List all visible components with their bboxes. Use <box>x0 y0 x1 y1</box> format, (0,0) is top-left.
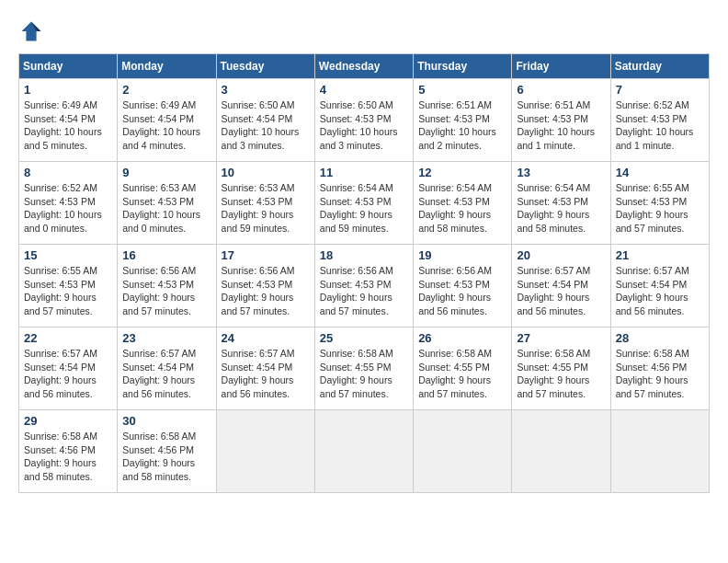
day-number: 17 <box>222 248 310 262</box>
calendar-cell: 19 Sunrise: 6:56 AM Sunset: 4:53 PM Dayl… <box>414 245 512 327</box>
day-number: 16 <box>122 248 210 262</box>
logo-icon <box>18 18 44 44</box>
day-info: Sunrise: 6:51 AM Sunset: 4:53 PM Dayligh… <box>517 98 605 153</box>
day-info: Sunrise: 6:56 AM Sunset: 4:53 PM Dayligh… <box>418 264 506 318</box>
day-number: 15 <box>24 248 112 262</box>
day-info: Sunrise: 6:54 AM Sunset: 4:53 PM Dayligh… <box>418 181 506 236</box>
day-header-saturday: Saturday <box>610 54 709 79</box>
calendar-cell: 24 Sunrise: 6:57 AM Sunset: 4:54 PM Dayl… <box>216 327 314 410</box>
calendar-cell: 22 Sunrise: 6:57 AM Sunset: 4:54 PM Dayl… <box>19 327 118 410</box>
calendar-cell: 13 Sunrise: 6:54 AM Sunset: 4:53 PM Dayl… <box>512 162 610 245</box>
day-info: Sunrise: 6:56 AM Sunset: 4:53 PM Dayligh… <box>122 264 210 318</box>
day-info: Sunrise: 6:58 AM Sunset: 4:55 PM Dayligh… <box>418 347 506 401</box>
day-number: 6 <box>517 83 605 97</box>
day-number: 28 <box>616 331 704 345</box>
day-number: 7 <box>616 83 704 97</box>
calendar-week-1: 1 Sunrise: 6:49 AM Sunset: 4:54 PM Dayli… <box>19 79 710 162</box>
calendar-cell: 12 Sunrise: 6:54 AM Sunset: 4:53 PM Dayl… <box>414 162 512 245</box>
day-number: 18 <box>320 248 408 262</box>
day-number: 23 <box>122 331 210 345</box>
day-info: Sunrise: 6:52 AM Sunset: 4:53 PM Dayligh… <box>24 181 112 236</box>
calendar-cell <box>414 410 512 493</box>
page-header <box>18 18 710 44</box>
day-number: 12 <box>418 166 506 179</box>
day-info: Sunrise: 6:58 AM Sunset: 4:56 PM Dayligh… <box>24 430 112 484</box>
day-info: Sunrise: 6:53 AM Sunset: 4:53 PM Dayligh… <box>222 181 310 236</box>
calendar-cell: 16 Sunrise: 6:56 AM Sunset: 4:53 PM Dayl… <box>118 245 216 327</box>
calendar-cell: 26 Sunrise: 6:58 AM Sunset: 4:55 PM Dayl… <box>414 327 512 410</box>
day-info: Sunrise: 6:56 AM Sunset: 4:53 PM Dayligh… <box>320 264 408 318</box>
day-number: 13 <box>517 166 605 179</box>
day-info: Sunrise: 6:53 AM Sunset: 4:53 PM Dayligh… <box>122 181 210 236</box>
day-info: Sunrise: 6:57 AM Sunset: 4:54 PM Dayligh… <box>616 264 704 318</box>
day-info: Sunrise: 6:56 AM Sunset: 4:53 PM Dayligh… <box>222 264 310 318</box>
calendar-cell: 25 Sunrise: 6:58 AM Sunset: 4:55 PM Dayl… <box>314 327 413 410</box>
day-info: Sunrise: 6:58 AM Sunset: 4:56 PM Dayligh… <box>616 347 704 401</box>
day-info: Sunrise: 6:58 AM Sunset: 4:55 PM Dayligh… <box>517 347 605 401</box>
calendar-cell: 4 Sunrise: 6:50 AM Sunset: 4:53 PM Dayli… <box>314 79 413 162</box>
calendar-cell: 11 Sunrise: 6:54 AM Sunset: 4:53 PM Dayl… <box>314 162 413 245</box>
day-header-tuesday: Tuesday <box>216 54 314 79</box>
calendar-cell: 1 Sunrise: 6:49 AM Sunset: 4:54 PM Dayli… <box>19 79 118 162</box>
calendar-cell: 2 Sunrise: 6:49 AM Sunset: 4:54 PM Dayli… <box>118 79 216 162</box>
calendar-table: SundayMondayTuesdayWednesdayThursdayFrid… <box>18 53 710 493</box>
calendar-cell: 18 Sunrise: 6:56 AM Sunset: 4:53 PM Dayl… <box>314 245 413 327</box>
day-number: 1 <box>24 83 112 97</box>
calendar-cell: 29 Sunrise: 6:58 AM Sunset: 4:56 PM Dayl… <box>19 410 118 493</box>
day-info: Sunrise: 6:54 AM Sunset: 4:53 PM Dayligh… <box>517 181 605 236</box>
day-header-friday: Friday <box>512 54 610 79</box>
day-info: Sunrise: 6:57 AM Sunset: 4:54 PM Dayligh… <box>122 347 210 401</box>
calendar-week-5: 29 Sunrise: 6:58 AM Sunset: 4:56 PM Dayl… <box>19 410 710 493</box>
calendar-cell: 14 Sunrise: 6:55 AM Sunset: 4:53 PM Dayl… <box>610 162 709 245</box>
day-info: Sunrise: 6:57 AM Sunset: 4:54 PM Dayligh… <box>517 264 605 318</box>
calendar-cell: 8 Sunrise: 6:52 AM Sunset: 4:53 PM Dayli… <box>19 162 118 245</box>
day-info: Sunrise: 6:54 AM Sunset: 4:53 PM Dayligh… <box>320 181 408 236</box>
calendar-week-2: 8 Sunrise: 6:52 AM Sunset: 4:53 PM Dayli… <box>19 162 710 245</box>
day-number: 21 <box>616 248 704 262</box>
day-number: 2 <box>122 83 210 97</box>
day-info: Sunrise: 6:55 AM Sunset: 4:53 PM Dayligh… <box>24 264 112 318</box>
calendar-cell: 3 Sunrise: 6:50 AM Sunset: 4:54 PM Dayli… <box>216 79 314 162</box>
day-info: Sunrise: 6:58 AM Sunset: 4:55 PM Dayligh… <box>320 347 408 401</box>
day-header-sunday: Sunday <box>19 54 118 79</box>
day-number: 8 <box>24 166 112 179</box>
calendar-cell: 28 Sunrise: 6:58 AM Sunset: 4:56 PM Dayl… <box>610 327 709 410</box>
calendar-cell: 10 Sunrise: 6:53 AM Sunset: 4:53 PM Dayl… <box>216 162 314 245</box>
day-number: 11 <box>320 166 408 179</box>
calendar-cell <box>512 410 610 493</box>
calendar-cell: 6 Sunrise: 6:51 AM Sunset: 4:53 PM Dayli… <box>512 79 610 162</box>
day-info: Sunrise: 6:57 AM Sunset: 4:54 PM Dayligh… <box>222 347 310 401</box>
calendar-cell: 21 Sunrise: 6:57 AM Sunset: 4:54 PM Dayl… <box>610 245 709 327</box>
calendar-cell: 17 Sunrise: 6:56 AM Sunset: 4:53 PM Dayl… <box>216 245 314 327</box>
day-info: Sunrise: 6:50 AM Sunset: 4:53 PM Dayligh… <box>320 98 408 153</box>
day-header-thursday: Thursday <box>414 54 512 79</box>
day-header-monday: Monday <box>118 54 216 79</box>
day-info: Sunrise: 6:55 AM Sunset: 4:53 PM Dayligh… <box>616 181 704 236</box>
day-number: 30 <box>122 414 210 428</box>
day-number: 19 <box>418 248 506 262</box>
calendar-week-4: 22 Sunrise: 6:57 AM Sunset: 4:54 PM Dayl… <box>19 327 710 410</box>
day-number: 4 <box>320 83 408 97</box>
calendar-cell: 5 Sunrise: 6:51 AM Sunset: 4:53 PM Dayli… <box>414 79 512 162</box>
day-info: Sunrise: 6:58 AM Sunset: 4:56 PM Dayligh… <box>122 430 210 484</box>
day-number: 20 <box>517 248 605 262</box>
calendar-cell: 30 Sunrise: 6:58 AM Sunset: 4:56 PM Dayl… <box>118 410 216 493</box>
calendar-cell <box>314 410 413 493</box>
calendar-cell: 20 Sunrise: 6:57 AM Sunset: 4:54 PM Dayl… <box>512 245 610 327</box>
day-info: Sunrise: 6:52 AM Sunset: 4:53 PM Dayligh… <box>616 98 704 153</box>
calendar-cell <box>216 410 314 493</box>
day-number: 25 <box>320 331 408 345</box>
day-info: Sunrise: 6:49 AM Sunset: 4:54 PM Dayligh… <box>122 98 210 153</box>
day-info: Sunrise: 6:51 AM Sunset: 4:53 PM Dayligh… <box>418 98 506 153</box>
day-info: Sunrise: 6:50 AM Sunset: 4:54 PM Dayligh… <box>222 98 310 153</box>
calendar-week-3: 15 Sunrise: 6:55 AM Sunset: 4:53 PM Dayl… <box>19 245 710 327</box>
day-number: 22 <box>24 331 112 345</box>
day-info: Sunrise: 6:57 AM Sunset: 4:54 PM Dayligh… <box>24 347 112 401</box>
calendar-header-row: SundayMondayTuesdayWednesdayThursdayFrid… <box>19 54 710 79</box>
day-header-wednesday: Wednesday <box>314 54 413 79</box>
day-number: 9 <box>122 166 210 179</box>
day-number: 27 <box>517 331 605 345</box>
day-number: 5 <box>418 83 506 97</box>
day-number: 24 <box>222 331 310 345</box>
day-number: 26 <box>418 331 506 345</box>
